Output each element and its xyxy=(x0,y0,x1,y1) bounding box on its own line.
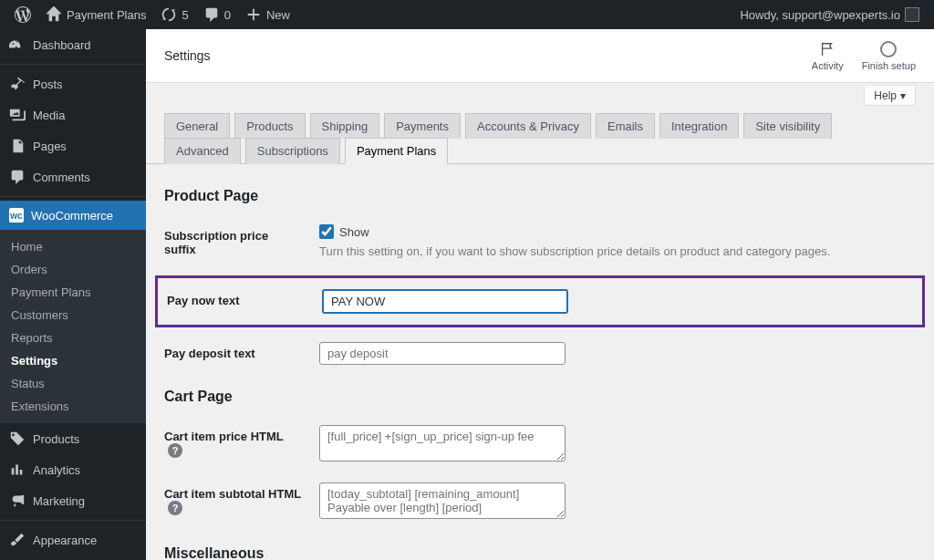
menu-woocommerce[interactable]: wc WooCommerce xyxy=(0,201,146,230)
new-content-link[interactable]: New xyxy=(238,0,297,29)
submenu-customers[interactable]: Customers xyxy=(0,304,146,327)
activity-button[interactable]: Activity xyxy=(812,40,844,71)
tab-shipping[interactable]: Shipping xyxy=(310,113,380,139)
submenu-extensions[interactable]: Extensions xyxy=(0,395,146,418)
menu-dashboard[interactable]: Dashboard xyxy=(0,29,146,60)
miscellaneous-heading: Miscellaneous xyxy=(164,545,916,560)
page-title: Settings xyxy=(164,48,211,63)
tab-advanced[interactable]: Advanced xyxy=(164,138,241,164)
tab-site-visibility[interactable]: Site visibility xyxy=(743,113,832,139)
chevron-down-icon: ▾ xyxy=(900,89,906,102)
cart-item-subtotal-input[interactable] xyxy=(319,482,566,519)
updates-count: 5 xyxy=(182,8,188,22)
comments-icon xyxy=(9,169,26,185)
menu-pages[interactable]: Pages xyxy=(0,130,146,161)
menu-analytics[interactable]: Analytics xyxy=(0,454,146,485)
wordpress-icon xyxy=(15,6,31,23)
comment-icon xyxy=(203,6,220,23)
cart-page-heading: Cart Page xyxy=(164,389,916,405)
comments-link[interactable]: 0 xyxy=(196,0,238,29)
settings-tabs: General Products Shipping Payments Accou… xyxy=(146,106,934,164)
home-icon xyxy=(46,6,62,23)
wp-logo[interactable] xyxy=(7,0,38,29)
cart-item-price-input[interactable] xyxy=(319,425,566,461)
help-dropdown[interactable]: Help ▾ xyxy=(864,87,916,106)
menu-products[interactable]: Products xyxy=(0,423,146,454)
tag-icon xyxy=(9,430,26,447)
main-content: Settings Activity Finish setup Help ▾ Ge… xyxy=(146,29,934,560)
updates-link[interactable]: 5 xyxy=(153,0,195,29)
submenu-status[interactable]: Status xyxy=(0,372,146,395)
help-tip-icon[interactable]: ? xyxy=(168,501,182,515)
menu-media[interactable]: Media xyxy=(0,99,146,130)
menu-comments[interactable]: Comments xyxy=(0,161,146,192)
woocommerce-submenu: Home Orders Payment Plans Customers Repo… xyxy=(0,230,146,423)
admin-bar: Payment Plans 5 0 New Howdy, support@wpe… xyxy=(0,0,934,29)
submenu-payment-plans[interactable]: Payment Plans xyxy=(0,281,146,304)
submenu-home[interactable]: Home xyxy=(0,235,146,258)
brush-icon xyxy=(9,532,26,548)
tab-accounts-privacy[interactable]: Accounts & Privacy xyxy=(465,113,591,139)
cart-item-price-label: Cart item price HTML xyxy=(164,430,284,443)
woocommerce-icon: wc xyxy=(9,208,24,223)
menu-appearance[interactable]: Appearance xyxy=(0,524,146,555)
howdy-text: Howdy, support@wpexperts.io xyxy=(740,8,900,22)
new-label: New xyxy=(266,8,290,22)
product-page-heading: Product Page xyxy=(164,188,916,204)
dashboard-icon xyxy=(9,36,26,53)
pay-deposit-label: Pay deposit text xyxy=(164,333,310,374)
media-icon xyxy=(9,107,26,123)
pay-deposit-input[interactable] xyxy=(319,342,566,365)
tab-emails[interactable]: Emails xyxy=(596,113,655,139)
site-name-link[interactable]: Payment Plans xyxy=(38,0,153,29)
tab-general[interactable]: General xyxy=(164,113,230,139)
subscription-suffix-description: Turn this setting on, if you want to sho… xyxy=(319,244,907,258)
tab-products[interactable]: Products xyxy=(234,113,305,139)
help-tip-icon[interactable]: ? xyxy=(168,443,182,458)
finish-setup-button[interactable]: Finish setup xyxy=(862,40,916,71)
pay-now-label: Pay now text xyxy=(167,280,313,323)
menu-marketing[interactable]: Marketing xyxy=(0,485,146,516)
tab-integration[interactable]: Integration xyxy=(659,113,739,139)
tab-payment-plans[interactable]: Payment Plans xyxy=(345,138,448,164)
menu-posts[interactable]: Posts xyxy=(0,68,146,99)
pay-now-input[interactable] xyxy=(322,289,568,314)
comments-count: 0 xyxy=(224,8,231,22)
avatar xyxy=(905,7,919,22)
site-title: Payment Plans xyxy=(67,8,146,22)
tab-payments[interactable]: Payments xyxy=(384,113,461,139)
update-icon xyxy=(161,6,177,23)
tab-subscriptions[interactable]: Subscriptions xyxy=(245,138,340,164)
show-checkbox[interactable] xyxy=(319,224,334,239)
page-header: Settings Activity Finish setup xyxy=(146,29,934,83)
subscription-suffix-label: Subscription price suffix xyxy=(164,215,310,270)
plus-icon xyxy=(245,6,262,23)
flag-icon xyxy=(818,40,836,58)
chart-icon xyxy=(9,461,26,478)
admin-sidebar: Dashboard Posts Media Pages Comments wc … xyxy=(0,29,146,560)
page-icon xyxy=(9,138,26,154)
submenu-reports[interactable]: Reports xyxy=(0,327,146,349)
pin-icon xyxy=(9,76,26,92)
circle-icon xyxy=(880,41,897,57)
submenu-settings[interactable]: Settings xyxy=(0,349,146,372)
submenu-orders[interactable]: Orders xyxy=(0,258,146,281)
my-account[interactable]: Howdy, support@wpexperts.io xyxy=(732,0,927,29)
menu-plugins[interactable]: Plugins 5 xyxy=(0,555,146,560)
cart-item-subtotal-label: Cart item subtotal HTML xyxy=(164,487,301,501)
megaphone-icon xyxy=(9,493,26,509)
show-checkbox-wrap[interactable]: Show xyxy=(319,224,907,239)
